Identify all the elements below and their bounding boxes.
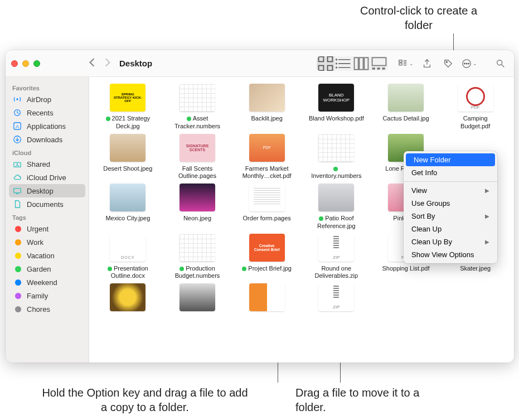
menu-item-label: Clean Up: [411, 225, 442, 233]
sidebar-item-recents[interactable]: Recents: [6, 106, 89, 119]
file-item[interactable]: Mexico City.jpeg: [95, 184, 161, 230]
sidebar-item-label: AirDrop: [27, 95, 51, 104]
sidebar-item-applications[interactable]: AApplications: [6, 119, 89, 133]
minimize-button[interactable]: [22, 60, 29, 67]
sidebar-item-weekend[interactable]: Weekend: [6, 276, 89, 289]
file-item[interactable]: Camping Budget.pdf: [442, 84, 508, 131]
sidebar-item-label: Garden: [27, 265, 51, 273]
airdrop-icon: [12, 94, 22, 104]
file-item[interactable]: Patio Roof Reference.jpg: [303, 184, 370, 230]
sidebar-item-urgent[interactable]: Urgent: [6, 222, 89, 235]
file-item[interactable]: [164, 283, 231, 315]
menu-item-view[interactable]: View▶: [404, 184, 497, 197]
file-thumbnail: PDF: [249, 134, 285, 162]
file-item[interactable]: Order form.pages: [234, 184, 300, 230]
file-thumbnail: [180, 184, 215, 211]
svg-rect-37: [14, 189, 21, 193]
tag-button[interactable]: [440, 56, 456, 71]
file-item[interactable]: Cactus Detail.jpg: [373, 84, 439, 131]
callout-bottom-right: Drag a file to move it to a folder.: [295, 385, 440, 414]
file-name: Round one Deliverables.zip: [308, 265, 364, 281]
menu-item-new-folder[interactable]: New Folder: [406, 153, 495, 166]
file-name: Asset Tracker.numbers: [169, 115, 225, 131]
forward-button[interactable]: [104, 57, 111, 70]
svg-point-8: [336, 62, 338, 65]
sidebar-item-airdrop[interactable]: AirDrop: [6, 93, 89, 106]
menu-item-clean-up-by[interactable]: Clean Up By▶: [404, 235, 497, 248]
menu-item-show-view-options[interactable]: Show View Options: [404, 248, 497, 261]
apps-icon: A: [12, 121, 22, 131]
file-item[interactable]: SPRING STRATEGY KICK-OFF2021 Strategy De…: [95, 84, 161, 131]
submenu-arrow-icon: ▶: [485, 187, 489, 194]
sidebar-item-label: Chores: [27, 305, 50, 313]
view-list-button[interactable]: [334, 56, 352, 71]
file-item[interactable]: Production Budget.numbers: [164, 234, 231, 281]
svg-rect-1: [328, 56, 333, 61]
file-name: Presentation Outline.docx: [100, 265, 156, 281]
menu-item-get-info[interactable]: Get Info: [404, 166, 497, 179]
sidebar-item-documents[interactable]: Documents: [6, 197, 89, 211]
file-item[interactable]: PDFFarmers Market Monthly…cket.pdf: [234, 134, 300, 181]
file-item[interactable]: [303, 283, 370, 315]
sidebar-item-shared[interactable]: Shared: [6, 157, 89, 171]
view-column-button[interactable]: [352, 56, 370, 71]
tag-dot-icon: [12, 277, 22, 287]
menu-item-clean-up[interactable]: Clean Up: [404, 223, 497, 235]
more-button[interactable]: ⌄: [462, 56, 477, 71]
file-thumbnail: [249, 184, 285, 211]
svg-point-25: [464, 63, 465, 64]
back-button[interactable]: [88, 57, 96, 70]
menu-item-sort-by[interactable]: Sort By▶: [404, 210, 497, 223]
fullscreen-button[interactable]: [33, 60, 40, 67]
svg-rect-11: [359, 57, 363, 69]
file-item[interactable]: [234, 283, 300, 315]
file-item[interactable]: Neon.jpeg: [164, 184, 231, 230]
group-button[interactable]: ⌄: [398, 56, 414, 71]
search-button[interactable]: [493, 56, 508, 71]
sidebar-item-vacation[interactable]: Vacation: [6, 249, 89, 262]
menu-item-label: New Folder: [414, 156, 450, 164]
svg-rect-2: [319, 65, 324, 70]
sidebar-item-label: Vacation: [27, 252, 55, 260]
file-item[interactable]: BLAND WORKSHOPBland Workshop.pdf: [303, 84, 370, 131]
view-gallery-button[interactable]: [370, 56, 388, 71]
file-item[interactable]: Round one Deliverables.zip: [303, 234, 370, 281]
file-item[interactable]: Inventory.numbers: [303, 134, 370, 181]
tag-dot-icon: [12, 237, 22, 247]
file-item[interactable]: Presentation Outline.docx: [95, 234, 161, 281]
file-name: Order form.pages: [243, 215, 291, 223]
menu-item-label: Show View Options: [411, 250, 474, 259]
file-item[interactable]: [95, 283, 161, 315]
sidebar-item-icloud-drive[interactable]: iCloud Drive: [6, 171, 89, 184]
svg-rect-17: [399, 60, 402, 62]
svg-point-28: [497, 60, 502, 65]
sidebar-item-desktop[interactable]: Desktop: [9, 184, 85, 197]
view-icon-button[interactable]: [317, 56, 334, 71]
file-item[interactable]: Desert Shoot.jpeg: [95, 134, 161, 181]
sidebar-item-label: Weekend: [27, 278, 57, 287]
file-item[interactable]: Asset Tracker.numbers: [164, 84, 231, 131]
sidebar-item-downloads[interactable]: Downloads: [6, 133, 89, 146]
close-button[interactable]: [11, 60, 18, 67]
svg-rect-12: [364, 57, 368, 69]
svg-point-27: [468, 63, 469, 64]
documents-icon: [12, 199, 22, 209]
file-thumbnail: [110, 184, 145, 211]
sidebar-item-chores[interactable]: Chores: [6, 302, 89, 316]
sidebar-header: Favorites: [6, 81, 89, 93]
menu-item-label: Clean Up By: [411, 238, 452, 246]
file-item[interactable]: Creative Consent BriefProject Brief.jpg: [234, 234, 300, 281]
sidebar-item-family[interactable]: Family: [6, 289, 89, 302]
file-name: Desert Shoot.jpeg: [103, 165, 152, 173]
finder-window: Desktop ⌄ ⌄ FavoritesAirDropRecentsAAppl…: [6, 50, 514, 363]
svg-point-9: [336, 66, 338, 69]
file-item[interactable]: Backlit.jpeg: [234, 84, 300, 131]
sidebar-item-work[interactable]: Work: [6, 235, 89, 249]
sidebar-item-garden[interactable]: Garden: [6, 262, 89, 276]
file-item[interactable]: SIGNATURE SCENTSFall Scents Outline.page…: [164, 134, 231, 181]
share-button[interactable]: [419, 56, 435, 71]
file-thumbnail: [249, 84, 285, 112]
menu-item-use-groups[interactable]: Use Groups: [404, 197, 497, 210]
svg-rect-13: [372, 57, 386, 65]
svg-rect-10: [355, 57, 358, 69]
